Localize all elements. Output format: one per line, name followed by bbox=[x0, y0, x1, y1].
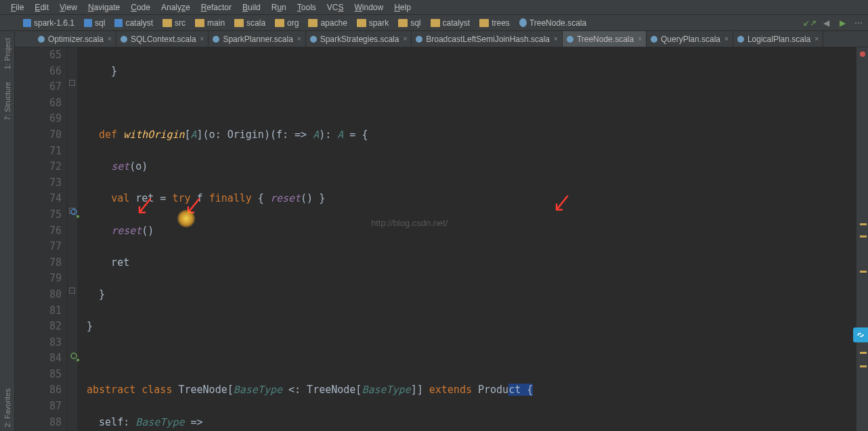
editor-scrollbar[interactable] bbox=[856, 47, 868, 431]
code-editor[interactable]: 65666768 69707172 73747576 77787980 8182… bbox=[34, 47, 856, 431]
menu-navigate[interactable]: Navigate bbox=[83, 1, 125, 14]
tab-sparkstrategies[interactable]: SparkStrategies.scala× bbox=[306, 31, 412, 47]
menu-window[interactable]: Window bbox=[349, 1, 389, 14]
scala-file-icon bbox=[519, 18, 527, 27]
close-icon[interactable]: × bbox=[724, 35, 729, 43]
warning-marker-icon bbox=[860, 365, 867, 367]
svg-point-1 bbox=[71, 353, 77, 359]
folder-icon bbox=[308, 19, 318, 27]
override-up-icon[interactable] bbox=[70, 353, 80, 362]
breadcrumb-bar: spark-1.6.1 sql catalyst src main scala … bbox=[0, 15, 868, 31]
folder-icon bbox=[431, 19, 440, 27]
more-icon[interactable]: ⋯ bbox=[853, 18, 864, 28]
folder-icon bbox=[195, 19, 204, 27]
scala-file-icon bbox=[38, 36, 45, 43]
tab-queryplan[interactable]: QueryPlan.scala× bbox=[647, 31, 733, 47]
tab-logicalplan[interactable]: LogicalPlan.scala× bbox=[733, 31, 823, 47]
tab-optimizer[interactable]: Optimizer.scala× bbox=[34, 31, 116, 47]
scala-file-icon bbox=[416, 36, 422, 43]
menu-code[interactable]: Code bbox=[125, 1, 156, 14]
module-icon bbox=[23, 19, 31, 27]
menu-refactor[interactable]: Refactor bbox=[196, 1, 237, 14]
folder-icon bbox=[479, 19, 489, 27]
menu-edit[interactable]: Edit bbox=[29, 1, 54, 14]
scala-file-icon bbox=[651, 36, 657, 43]
menu-file[interactable]: File bbox=[5, 1, 29, 14]
close-icon[interactable]: × bbox=[200, 35, 204, 43]
code-content[interactable]: } def withOrigin[A](o: Origin)(f: => A):… bbox=[77, 47, 856, 431]
scala-file-icon bbox=[310, 36, 317, 43]
close-icon[interactable]: × bbox=[554, 35, 558, 43]
fold-gutter: - - - bbox=[68, 47, 77, 431]
override-down-icon[interactable] bbox=[70, 208, 80, 218]
crumb-spark[interactable]: spark-1.6.1 bbox=[19, 17, 79, 29]
left-tool-strip: 1: Project 7: Structure 2: Favorites bbox=[0, 31, 15, 431]
folder-icon bbox=[234, 19, 244, 27]
warning-marker-icon bbox=[860, 271, 867, 273]
scala-file-icon bbox=[567, 36, 573, 43]
crumb-scala[interactable]: scala bbox=[230, 17, 269, 29]
menu-view[interactable]: View bbox=[54, 1, 83, 14]
tab-treenode[interactable]: TreeNode.scala× bbox=[563, 31, 647, 47]
menu-help[interactable]: Help bbox=[389, 1, 416, 14]
crumb-org[interactable]: org bbox=[271, 17, 303, 29]
close-icon[interactable]: × bbox=[108, 35, 112, 43]
menu-vcs[interactable]: VCS bbox=[322, 1, 349, 14]
tab-sqlcontext[interactable]: SQLContext.scala× bbox=[116, 31, 209, 47]
close-icon[interactable]: × bbox=[403, 35, 407, 43]
folder-icon bbox=[398, 19, 408, 27]
toolwindow-favorites[interactable]: 2: Favorites bbox=[3, 384, 12, 432]
link-icon bbox=[856, 330, 865, 340]
crumb-spark2[interactable]: spark bbox=[353, 17, 393, 29]
crumb-src[interactable]: src bbox=[158, 17, 190, 29]
folder-icon bbox=[275, 19, 284, 27]
fold-toggle-icon[interactable]: - bbox=[69, 288, 75, 294]
crumb-file[interactable]: TreeNode.scala bbox=[515, 17, 590, 29]
menu-tools[interactable]: Tools bbox=[292, 1, 322, 14]
folder-icon bbox=[162, 19, 172, 27]
scala-file-icon bbox=[737, 36, 744, 43]
svg-point-0 bbox=[71, 209, 77, 214]
crumb-main[interactable]: main bbox=[191, 17, 229, 29]
warning-marker-icon bbox=[860, 235, 867, 237]
close-icon[interactable]: × bbox=[815, 35, 819, 43]
scala-file-icon bbox=[121, 36, 127, 43]
crumb-trees[interactable]: trees bbox=[475, 17, 514, 29]
folder-icon bbox=[357, 19, 366, 27]
toolwindow-project[interactable]: 1: Project bbox=[3, 34, 12, 74]
crumb-catalyst[interactable]: catalyst bbox=[110, 17, 157, 29]
editor-tabs: Optimizer.scala× SQLContext.scala× Spark… bbox=[0, 31, 868, 47]
back-icon[interactable]: ◀ bbox=[821, 18, 831, 28]
tab-broadcast[interactable]: BroadcastLeftSemiJoinHash.scala× bbox=[412, 31, 563, 47]
tab-sparkplanner[interactable]: SparkPlanner.scala× bbox=[209, 31, 305, 47]
scala-file-icon bbox=[213, 36, 219, 43]
toolwindow-structure[interactable]: 7: Structure bbox=[3, 78, 12, 124]
run-icon[interactable]: ▶ bbox=[837, 18, 848, 28]
side-tool-badge[interactable] bbox=[853, 327, 868, 342]
warning-marker-icon bbox=[860, 352, 867, 354]
navbar-right-tools: ↙↗ ◀ ▶ ⋯ bbox=[804, 18, 864, 28]
module-icon bbox=[84, 19, 92, 27]
menu-bar: File Edit View Navigate Code Analyze Ref… bbox=[0, 0, 868, 15]
menu-run[interactable]: Run bbox=[266, 1, 292, 14]
error-marker-icon bbox=[860, 51, 865, 57]
gutter-background bbox=[15, 47, 34, 431]
close-icon[interactable]: × bbox=[638, 35, 642, 43]
crumb-sql2[interactable]: sql bbox=[394, 17, 425, 29]
crumb-catalyst2[interactable]: catalyst bbox=[427, 17, 475, 29]
module-icon bbox=[114, 19, 123, 27]
crumb-apache[interactable]: apache bbox=[304, 17, 351, 29]
menu-analyze[interactable]: Analyze bbox=[156, 1, 196, 14]
close-icon[interactable]: × bbox=[297, 35, 301, 43]
menu-build[interactable]: Build bbox=[237, 1, 266, 14]
branch-icon[interactable]: ↙↗ bbox=[804, 18, 815, 28]
warning-marker-icon bbox=[860, 223, 867, 225]
line-number-gutter: 65666768 69707172 73747576 77787980 8182… bbox=[34, 47, 68, 431]
fold-toggle-icon[interactable]: - bbox=[69, 80, 75, 86]
crumb-sql[interactable]: sql bbox=[80, 17, 109, 29]
